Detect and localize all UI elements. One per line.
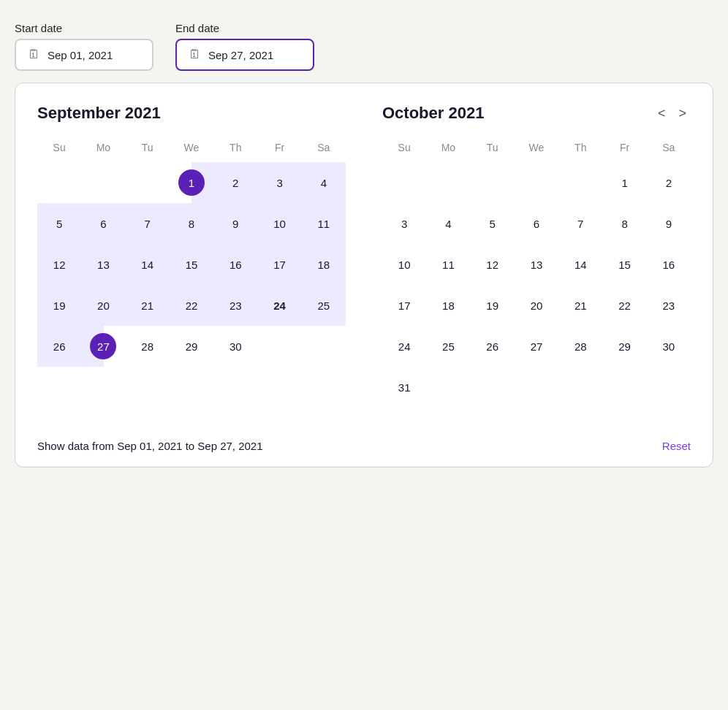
day-cell[interactable]: 12 xyxy=(37,244,81,285)
day-cell[interactable]: 26 xyxy=(37,326,81,367)
day-cell[interactable]: 25 xyxy=(426,326,470,367)
oct-calendar-title: October 2021 xyxy=(382,104,484,123)
day-cell[interactable]: 8 xyxy=(170,203,213,244)
day-cell[interactable]: 27 xyxy=(515,326,558,367)
day-cell[interactable]: 19 xyxy=(471,285,515,326)
day-header: Tu xyxy=(126,136,170,162)
day-number: 18 xyxy=(435,292,461,318)
day-number: 1 xyxy=(178,169,205,196)
day-cell xyxy=(126,162,170,203)
day-cell[interactable]: 2 xyxy=(213,162,257,203)
day-cell[interactable]: 7 xyxy=(558,203,602,244)
day-cell[interactable]: 1 xyxy=(602,162,646,203)
day-cell[interactable]: 18 xyxy=(426,285,470,326)
day-cell[interactable]: 13 xyxy=(81,244,125,285)
day-cell xyxy=(558,162,602,203)
day-cell[interactable]: 30 xyxy=(647,326,691,367)
day-number: 29 xyxy=(612,333,638,359)
oct-calendar-header: October 2021 < > xyxy=(382,104,691,123)
day-cell[interactable]: 29 xyxy=(602,326,646,367)
day-cell xyxy=(426,367,470,408)
oct-calendar-grid: SuMoTuWeThFrSa12345678910111213141516171… xyxy=(382,136,691,408)
day-cell[interactable]: 16 xyxy=(213,244,257,285)
day-cell[interactable]: 21 xyxy=(558,285,602,326)
day-cell[interactable]: 18 xyxy=(302,244,346,285)
day-cell[interactable]: 12 xyxy=(471,244,515,285)
day-number: 24 xyxy=(391,333,417,359)
day-cell[interactable]: 5 xyxy=(471,203,515,244)
day-cell[interactable]: 13 xyxy=(515,244,558,285)
calendar-icon-end: 🗓 xyxy=(189,47,201,62)
day-number: 23 xyxy=(222,292,249,318)
day-cell[interactable]: 17 xyxy=(382,285,426,326)
october-calendar: October 2021 < > SuMoTuWeThFrSa123456789… xyxy=(382,104,691,408)
day-cell[interactable]: 20 xyxy=(81,285,125,326)
day-cell[interactable]: 21 xyxy=(126,285,170,326)
day-number: 10 xyxy=(267,210,293,237)
day-cell[interactable]: 14 xyxy=(558,244,602,285)
day-cell[interactable]: 16 xyxy=(647,244,691,285)
day-header: Tu xyxy=(471,136,515,162)
day-cell[interactable]: 29 xyxy=(170,326,213,367)
day-cell[interactable]: 10 xyxy=(257,203,301,244)
day-number: 2 xyxy=(656,169,682,196)
day-cell[interactable]: 4 xyxy=(426,203,470,244)
sep-calendar-grid: SuMoTuWeThFrSa12345678910111213141516171… xyxy=(37,136,346,367)
day-cell[interactable]: 28 xyxy=(126,326,170,367)
day-number: 13 xyxy=(90,251,116,278)
day-number: 30 xyxy=(222,333,249,359)
day-cell[interactable]: 6 xyxy=(515,203,558,244)
day-cell[interactable]: 9 xyxy=(213,203,257,244)
day-cell[interactable]: 1 xyxy=(170,162,213,203)
day-number: 18 xyxy=(311,251,337,278)
day-cell[interactable]: 22 xyxy=(602,285,646,326)
day-number: 11 xyxy=(311,210,337,237)
day-cell[interactable]: 2 xyxy=(647,162,691,203)
day-cell[interactable]: 20 xyxy=(515,285,558,326)
day-number: 12 xyxy=(479,251,506,278)
day-header: Sa xyxy=(302,136,346,162)
day-cell[interactable]: 9 xyxy=(647,203,691,244)
day-number: 15 xyxy=(612,251,638,278)
reset-button[interactable]: Reset xyxy=(662,440,691,452)
day-cell[interactable]: 15 xyxy=(602,244,646,285)
end-date-input[interactable]: 🗓 Sep 27, 2021 xyxy=(175,39,314,71)
day-cell[interactable]: 26 xyxy=(471,326,515,367)
day-cell[interactable]: 23 xyxy=(213,285,257,326)
day-cell[interactable]: 10 xyxy=(382,244,426,285)
day-number: 4 xyxy=(311,169,337,196)
day-cell[interactable]: 15 xyxy=(170,244,213,285)
day-number: 30 xyxy=(656,333,682,359)
day-cell[interactable]: 6 xyxy=(81,203,125,244)
end-date-label: End date xyxy=(175,22,314,34)
day-cell[interactable]: 17 xyxy=(257,244,301,285)
day-cell[interactable]: 19 xyxy=(37,285,81,326)
day-cell[interactable]: 11 xyxy=(302,203,346,244)
day-header: Fr xyxy=(602,136,646,162)
prev-month-button[interactable]: < xyxy=(653,104,670,123)
day-cell[interactable]: 24 xyxy=(257,285,301,326)
day-cell[interactable]: 27 xyxy=(81,326,125,367)
day-cell[interactable]: 11 xyxy=(426,244,470,285)
day-cell[interactable]: 25 xyxy=(302,285,346,326)
day-cell[interactable]: 3 xyxy=(382,203,426,244)
day-cell[interactable]: 8 xyxy=(602,203,646,244)
day-cell[interactable]: 28 xyxy=(558,326,602,367)
day-cell[interactable]: 30 xyxy=(213,326,257,367)
day-cell[interactable]: 23 xyxy=(647,285,691,326)
day-number: 20 xyxy=(523,292,550,318)
day-cell[interactable]: 7 xyxy=(126,203,170,244)
day-number: 22 xyxy=(612,292,638,318)
day-cell[interactable]: 3 xyxy=(257,162,301,203)
day-number: 1 xyxy=(612,169,638,196)
calendar-popup: September 2021 SuMoTuWeThFrSa12345678910… xyxy=(15,83,713,467)
next-month-button[interactable]: > xyxy=(674,104,691,123)
day-cell[interactable]: 4 xyxy=(302,162,346,203)
start-date-input[interactable]: 🗓 Sep 01, 2021 xyxy=(15,39,153,71)
day-cell[interactable]: 24 xyxy=(382,326,426,367)
day-cell[interactable]: 5 xyxy=(37,203,81,244)
day-cell[interactable]: 31 xyxy=(382,367,426,408)
day-number: 3 xyxy=(391,210,417,237)
day-cell[interactable]: 22 xyxy=(170,285,213,326)
day-cell[interactable]: 14 xyxy=(126,244,170,285)
